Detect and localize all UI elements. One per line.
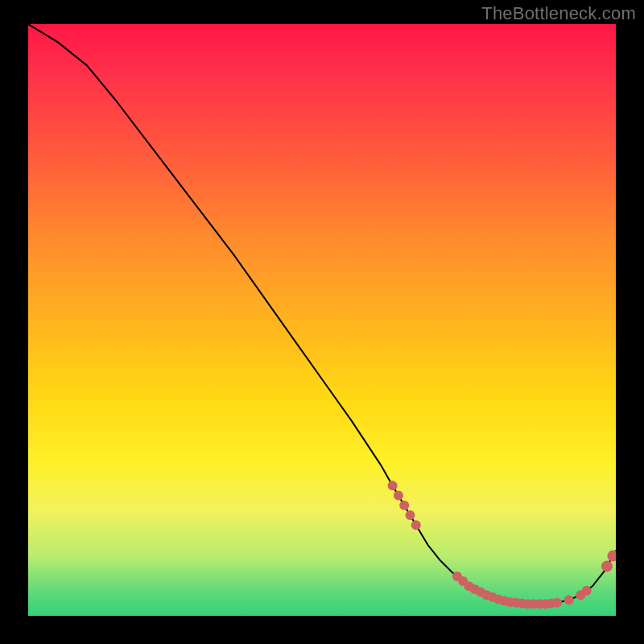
data-marker	[601, 560, 613, 572]
chart-frame: TheBottleneck.com	[0, 0, 644, 644]
watermark-text: TheBottleneck.com	[481, 3, 636, 24]
data-marker	[564, 595, 574, 605]
data-marker	[411, 520, 421, 530]
data-marker	[394, 491, 403, 501]
plot-area	[28, 24, 616, 616]
chart-svg	[28, 24, 616, 616]
data-markers	[388, 481, 616, 609]
data-marker	[552, 598, 562, 608]
data-marker	[582, 586, 592, 596]
data-marker	[399, 501, 409, 510]
data-marker	[388, 481, 398, 490]
data-marker	[406, 510, 415, 520]
bottleneck-curve	[28, 24, 616, 604]
data-marker	[607, 551, 616, 562]
